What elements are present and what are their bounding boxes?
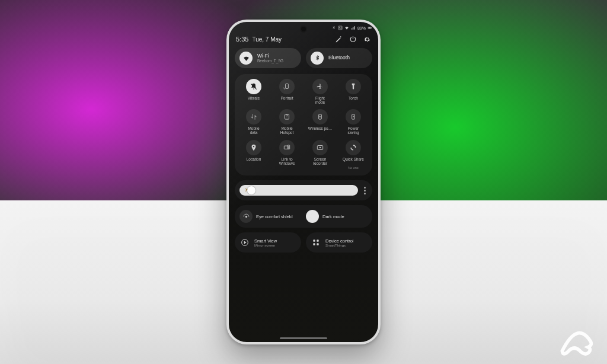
svg-point-13 [320,146,321,148]
bluetooth-icon [311,52,324,65]
torch-icon [349,82,357,91]
vibrate-icon [250,82,258,91]
wifi-icon [239,52,253,65]
bluetooth-pill[interactable]: Bluetooth [306,48,372,68]
battery-status-icon [368,25,372,30]
clock-date: Tue, 7 May [252,36,282,43]
gesture-bar[interactable] [280,337,327,339]
phone-screen: 89% 5:35 Tue, 7 May [229,22,378,342]
svg-point-7 [286,117,287,117]
toggle-dark-mode[interactable]: Dark mode [304,209,370,224]
tile-location[interactable]: Location [237,140,270,170]
tile-wireless-powershare[interactable]: Wireless po… [304,109,337,135]
card-device-control[interactable]: Device control SmartThings [306,232,372,253]
svg-rect-17 [313,240,315,241]
card-smart-view[interactable]: Smart View Mirror screen [235,232,301,253]
wireless-power-icon [316,113,324,121]
gear-icon [363,36,371,43]
tile-portrait[interactable]: Portrait [270,79,304,104]
toggle-eye-comfort[interactable]: Eye comfort shield [237,209,304,224]
settings-button[interactable] [363,35,371,43]
wifi-pill[interactable]: Wi-Fi Beebom_T_5G [235,48,301,68]
tile-torch[interactable]: Torch [337,79,370,104]
dark-mode-icon [309,213,317,221]
screen-recorder-icon [316,143,324,152]
tile-screen-recorder[interactable]: Screen recorder [304,140,337,170]
brightness-slider[interactable]: ☀ [235,180,372,200]
brightness-track[interactable]: ☀ [239,185,358,196]
smart-view-icon [240,238,250,247]
tile-mobile-hotspot[interactable]: Mobile Hotspot [270,109,304,135]
bluetooth-title: Bluetooth [328,55,350,60]
power-button[interactable] [349,35,357,43]
portrait-icon [283,82,291,91]
qs-header: 5:35 Tue, 7 May [235,35,372,43]
wifi-title: Wi-Fi [257,53,283,59]
tile-power-saving[interactable]: Power saving [337,109,370,135]
watermark-logo [558,327,596,356]
photo-background: 89% 5:35 Tue, 7 May [0,0,607,364]
svg-rect-18 [317,240,318,241]
tile-link-windows[interactable]: Link to Windows [270,140,304,170]
wifi-status-icon [344,25,349,30]
mobile-data-icon [250,113,258,121]
tile-flight-mode[interactable]: Flight mode [304,79,337,104]
nfc-status-icon [338,25,343,30]
tile-vibrate[interactable]: Vibrate [237,79,270,104]
brightness-more-button[interactable] [362,187,368,194]
device-control-icon [311,238,321,247]
eye-comfort-icon [242,213,250,221]
link-windows-icon [283,143,291,152]
pencil-icon [335,36,343,43]
camera-hole [301,27,306,31]
bluetooth-status-icon [331,25,336,30]
hotspot-icon [283,113,291,121]
svg-rect-20 [317,243,318,245]
clock-time: 5:35 [236,36,248,43]
status-bar: 89% [331,25,372,30]
svg-rect-5 [286,84,289,88]
phone-device: 89% 5:35 Tue, 7 May [226,20,381,344]
svg-rect-3 [372,27,372,28]
qs-tile-panel: Vibrate Portrait Flight mode Torch [235,74,372,175]
power-icon [349,36,357,43]
brightness-thumb[interactable] [247,186,255,194]
wifi-subtitle: Beebom_T_5G [257,59,283,63]
quick-share-icon [349,143,357,152]
airplane-icon [316,82,324,91]
svg-rect-2 [369,27,371,28]
tile-quick-share[interactable]: Quick Share No one [337,140,370,170]
svg-marker-16 [244,241,247,244]
tile-mobile-data[interactable]: Mobile data [237,109,270,135]
edit-button[interactable] [334,35,343,43]
svg-rect-19 [313,243,315,245]
battery-text: 89% [357,26,366,30]
svg-point-14 [245,215,247,217]
signal-status-icon [351,25,356,30]
power-saving-icon [349,113,357,121]
location-icon [250,143,258,152]
